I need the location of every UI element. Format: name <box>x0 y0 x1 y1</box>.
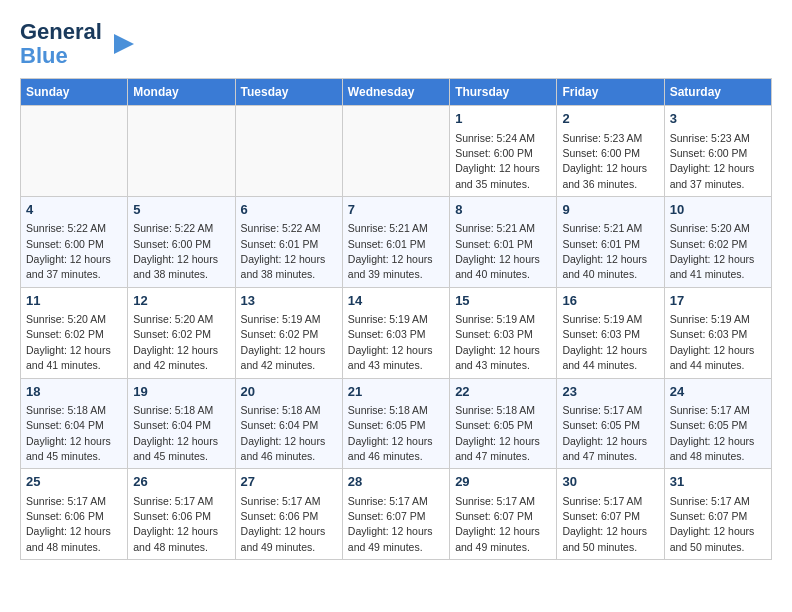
day-info: Sunrise: 5:21 AM Sunset: 6:01 PM Dayligh… <box>562 222 647 280</box>
day-info: Sunrise: 5:18 AM Sunset: 6:04 PM Dayligh… <box>133 404 218 462</box>
calendar-table: SundayMondayTuesdayWednesdayThursdayFrid… <box>20 78 772 560</box>
day-number: 23 <box>562 383 658 401</box>
calendar-cell: 28Sunrise: 5:17 AM Sunset: 6:07 PM Dayli… <box>342 469 449 560</box>
day-number: 14 <box>348 292 444 310</box>
calendar-cell: 31Sunrise: 5:17 AM Sunset: 6:07 PM Dayli… <box>664 469 771 560</box>
day-number: 13 <box>241 292 337 310</box>
day-info: Sunrise: 5:20 AM Sunset: 6:02 PM Dayligh… <box>133 313 218 371</box>
weekday-header-sunday: Sunday <box>21 79 128 106</box>
calendar-cell: 2Sunrise: 5:23 AM Sunset: 6:00 PM Daylig… <box>557 106 664 197</box>
day-number: 8 <box>455 201 551 219</box>
day-number: 4 <box>26 201 122 219</box>
day-number: 15 <box>455 292 551 310</box>
calendar-cell <box>235 106 342 197</box>
day-number: 31 <box>670 473 766 491</box>
day-info: Sunrise: 5:21 AM Sunset: 6:01 PM Dayligh… <box>348 222 433 280</box>
logo-text: GeneralBlue <box>20 20 102 68</box>
day-number: 19 <box>133 383 229 401</box>
day-number: 29 <box>455 473 551 491</box>
day-number: 16 <box>562 292 658 310</box>
day-info: Sunrise: 5:18 AM Sunset: 6:05 PM Dayligh… <box>348 404 433 462</box>
weekday-header-thursday: Thursday <box>450 79 557 106</box>
calendar-cell: 9Sunrise: 5:21 AM Sunset: 6:01 PM Daylig… <box>557 197 664 288</box>
day-info: Sunrise: 5:17 AM Sunset: 6:06 PM Dayligh… <box>133 495 218 553</box>
day-number: 2 <box>562 110 658 128</box>
day-info: Sunrise: 5:19 AM Sunset: 6:03 PM Dayligh… <box>348 313 433 371</box>
calendar-body: 1Sunrise: 5:24 AM Sunset: 6:00 PM Daylig… <box>21 106 772 560</box>
calendar-cell: 7Sunrise: 5:21 AM Sunset: 6:01 PM Daylig… <box>342 197 449 288</box>
calendar-week-row: 11Sunrise: 5:20 AM Sunset: 6:02 PM Dayli… <box>21 287 772 378</box>
calendar-cell: 30Sunrise: 5:17 AM Sunset: 6:07 PM Dayli… <box>557 469 664 560</box>
day-info: Sunrise: 5:20 AM Sunset: 6:02 PM Dayligh… <box>26 313 111 371</box>
day-info: Sunrise: 5:17 AM Sunset: 6:07 PM Dayligh… <box>348 495 433 553</box>
day-number: 1 <box>455 110 551 128</box>
day-info: Sunrise: 5:22 AM Sunset: 6:01 PM Dayligh… <box>241 222 326 280</box>
weekday-header-row: SundayMondayTuesdayWednesdayThursdayFrid… <box>21 79 772 106</box>
day-number: 5 <box>133 201 229 219</box>
day-info: Sunrise: 5:18 AM Sunset: 6:04 PM Dayligh… <box>26 404 111 462</box>
calendar-cell: 10Sunrise: 5:20 AM Sunset: 6:02 PM Dayli… <box>664 197 771 288</box>
day-number: 27 <box>241 473 337 491</box>
weekday-header-monday: Monday <box>128 79 235 106</box>
calendar-week-row: 4Sunrise: 5:22 AM Sunset: 6:00 PM Daylig… <box>21 197 772 288</box>
day-info: Sunrise: 5:21 AM Sunset: 6:01 PM Dayligh… <box>455 222 540 280</box>
calendar-cell: 23Sunrise: 5:17 AM Sunset: 6:05 PM Dayli… <box>557 378 664 469</box>
day-info: Sunrise: 5:19 AM Sunset: 6:03 PM Dayligh… <box>455 313 540 371</box>
day-info: Sunrise: 5:17 AM Sunset: 6:07 PM Dayligh… <box>670 495 755 553</box>
day-number: 21 <box>348 383 444 401</box>
day-info: Sunrise: 5:18 AM Sunset: 6:05 PM Dayligh… <box>455 404 540 462</box>
day-number: 6 <box>241 201 337 219</box>
day-number: 9 <box>562 201 658 219</box>
day-info: Sunrise: 5:24 AM Sunset: 6:00 PM Dayligh… <box>455 132 540 190</box>
calendar-cell: 4Sunrise: 5:22 AM Sunset: 6:00 PM Daylig… <box>21 197 128 288</box>
calendar-cell: 6Sunrise: 5:22 AM Sunset: 6:01 PM Daylig… <box>235 197 342 288</box>
calendar-cell: 16Sunrise: 5:19 AM Sunset: 6:03 PM Dayli… <box>557 287 664 378</box>
weekday-header-friday: Friday <box>557 79 664 106</box>
day-number: 20 <box>241 383 337 401</box>
day-number: 28 <box>348 473 444 491</box>
calendar-cell: 20Sunrise: 5:18 AM Sunset: 6:04 PM Dayli… <box>235 378 342 469</box>
day-number: 11 <box>26 292 122 310</box>
calendar-week-row: 18Sunrise: 5:18 AM Sunset: 6:04 PM Dayli… <box>21 378 772 469</box>
day-info: Sunrise: 5:19 AM Sunset: 6:02 PM Dayligh… <box>241 313 326 371</box>
day-info: Sunrise: 5:18 AM Sunset: 6:04 PM Dayligh… <box>241 404 326 462</box>
calendar-cell: 27Sunrise: 5:17 AM Sunset: 6:06 PM Dayli… <box>235 469 342 560</box>
day-info: Sunrise: 5:23 AM Sunset: 6:00 PM Dayligh… <box>562 132 647 190</box>
calendar-cell: 24Sunrise: 5:17 AM Sunset: 6:05 PM Dayli… <box>664 378 771 469</box>
day-number: 3 <box>670 110 766 128</box>
day-number: 25 <box>26 473 122 491</box>
day-number: 18 <box>26 383 122 401</box>
calendar-header: SundayMondayTuesdayWednesdayThursdayFrid… <box>21 79 772 106</box>
calendar-cell <box>342 106 449 197</box>
calendar-cell <box>21 106 128 197</box>
day-info: Sunrise: 5:17 AM Sunset: 6:07 PM Dayligh… <box>455 495 540 553</box>
calendar-cell: 22Sunrise: 5:18 AM Sunset: 6:05 PM Dayli… <box>450 378 557 469</box>
day-info: Sunrise: 5:17 AM Sunset: 6:06 PM Dayligh… <box>241 495 326 553</box>
calendar-cell: 17Sunrise: 5:19 AM Sunset: 6:03 PM Dayli… <box>664 287 771 378</box>
calendar-cell: 11Sunrise: 5:20 AM Sunset: 6:02 PM Dayli… <box>21 287 128 378</box>
weekday-header-tuesday: Tuesday <box>235 79 342 106</box>
calendar-cell: 14Sunrise: 5:19 AM Sunset: 6:03 PM Dayli… <box>342 287 449 378</box>
calendar-cell: 25Sunrise: 5:17 AM Sunset: 6:06 PM Dayli… <box>21 469 128 560</box>
calendar-cell: 13Sunrise: 5:19 AM Sunset: 6:02 PM Dayli… <box>235 287 342 378</box>
day-info: Sunrise: 5:19 AM Sunset: 6:03 PM Dayligh… <box>670 313 755 371</box>
day-info: Sunrise: 5:23 AM Sunset: 6:00 PM Dayligh… <box>670 132 755 190</box>
svg-marker-0 <box>114 34 134 54</box>
weekday-header-wednesday: Wednesday <box>342 79 449 106</box>
page-header: GeneralBlue <box>20 20 772 68</box>
calendar-cell <box>128 106 235 197</box>
day-info: Sunrise: 5:17 AM Sunset: 6:07 PM Dayligh… <box>562 495 647 553</box>
day-info: Sunrise: 5:22 AM Sunset: 6:00 PM Dayligh… <box>133 222 218 280</box>
calendar-cell: 5Sunrise: 5:22 AM Sunset: 6:00 PM Daylig… <box>128 197 235 288</box>
weekday-header-saturday: Saturday <box>664 79 771 106</box>
logo-icon <box>106 29 136 59</box>
calendar-cell: 19Sunrise: 5:18 AM Sunset: 6:04 PM Dayli… <box>128 378 235 469</box>
calendar-cell: 18Sunrise: 5:18 AM Sunset: 6:04 PM Dayli… <box>21 378 128 469</box>
calendar-week-row: 1Sunrise: 5:24 AM Sunset: 6:00 PM Daylig… <box>21 106 772 197</box>
day-info: Sunrise: 5:17 AM Sunset: 6:05 PM Dayligh… <box>670 404 755 462</box>
day-number: 26 <box>133 473 229 491</box>
calendar-cell: 12Sunrise: 5:20 AM Sunset: 6:02 PM Dayli… <box>128 287 235 378</box>
day-number: 12 <box>133 292 229 310</box>
day-info: Sunrise: 5:20 AM Sunset: 6:02 PM Dayligh… <box>670 222 755 280</box>
day-number: 10 <box>670 201 766 219</box>
